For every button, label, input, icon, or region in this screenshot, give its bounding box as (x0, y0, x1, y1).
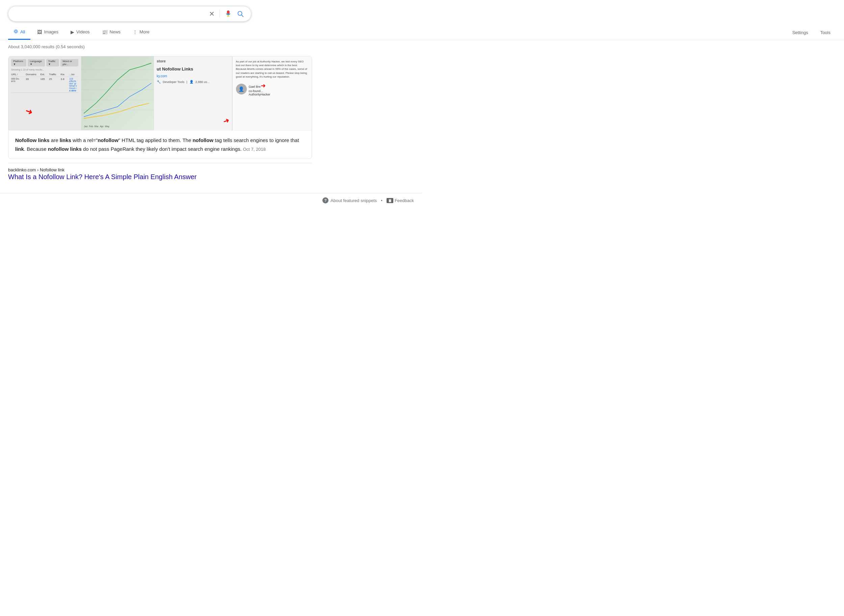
snippet-date: Oct 7, 2018 (243, 147, 266, 152)
tab-more-label: More (140, 29, 150, 34)
panel3-tools-label: Developer Tools (163, 80, 184, 84)
svg-point-4 (15, 30, 17, 32)
featured-snippet: Platform ▼ Language ▼ Traffic ▼ Word or … (8, 56, 312, 159)
table-subtitle: Showing 1-10 of many results... (11, 69, 78, 71)
panel3-tools: 🔧 Developer Tools | 👤 2,886 us... (157, 80, 229, 84)
tab-news-label: News (110, 29, 121, 34)
search-bar-icons: ✕ (209, 10, 244, 18)
divider (219, 10, 220, 18)
avatar-image: 👤 (236, 84, 247, 94)
table-col-headers: URL↑ Domains Ext. Traffic Kw. ...bo (11, 72, 78, 77)
table-panel: Platform ▼ Language ▼ Traffic ▼ Word or … (9, 56, 81, 130)
nav-tabs-left: All 🖼 Images ▶ Videos 📰 News ⋮ More (8, 25, 787, 40)
tab-more[interactable]: ⋮ More (127, 25, 155, 40)
chart-panel: JanFebMarAprMay (81, 56, 154, 130)
question-icon: ? (322, 197, 328, 204)
clear-icon[interactable]: ✕ (209, 10, 215, 17)
feedback-icon: 📋 (387, 198, 393, 203)
dot-separator: • (381, 198, 382, 203)
language-btn: Language ▼ (28, 59, 44, 66)
tab-news[interactable]: 📰 News (97, 25, 126, 40)
tab-images-label: Images (44, 29, 59, 34)
snippet-image-panel-2: JanFebMarAprMay (81, 56, 154, 130)
result-breadcrumb: backlinko.com › Nofollow link (8, 167, 296, 172)
snippet-bold-3: nofollow (97, 137, 119, 143)
snippet-bold-6: nofollow links (48, 146, 82, 152)
panel3-users: 2,886 us... (196, 80, 210, 84)
first-result: backlinko.com › Nofollow link What Is a … (0, 163, 304, 186)
images-icon: 🖼 (37, 29, 42, 35)
panel3-site: ky.com (157, 74, 229, 78)
platform-btn: Platform ▼ (11, 59, 26, 66)
table-header: Platform ▼ Language ▼ Traffic ▼ Word or … (11, 59, 78, 66)
all-icon (13, 29, 18, 35)
snippet-bold-1: Nofollow links (15, 137, 50, 143)
chart-area (81, 60, 154, 120)
panel4-name: Gael Bre➜ co-found... AuthorityHacker (249, 82, 271, 96)
search-input[interactable]: nofollow links (15, 10, 205, 18)
svg-point-5 (14, 30, 18, 34)
tab-images[interactable]: 🖼 Images (32, 25, 64, 40)
microphone-icon[interactable] (225, 10, 232, 18)
snippet-bold-2: links (60, 137, 71, 143)
snippet-text-content: Nofollow links are links with a rel="nof… (9, 131, 312, 158)
search-button[interactable] (237, 10, 244, 18)
word-btn: Word or phr... (60, 59, 78, 66)
settings-link[interactable]: Settings (787, 26, 814, 39)
videos-icon: ▶ (71, 29, 74, 35)
svg-line-3 (241, 15, 243, 16)
snippet-bold-4: nofollow (193, 137, 213, 143)
table-row: 000 Do-en's 39 165 25 3.8 103 effectsdez… (11, 77, 78, 93)
tools-link[interactable]: Tools (815, 26, 836, 39)
search-bar-container: nofollow links ✕ (8, 6, 251, 22)
tab-videos[interactable]: ▶ Videos (65, 25, 95, 40)
traffic-btn: Traffic ▼ (46, 59, 59, 66)
snippet-images: Platform ▼ Language ▼ Traffic ▼ Word or … (9, 56, 312, 131)
snippet-bold-5: link (15, 146, 24, 152)
tab-all-label: All (20, 29, 25, 34)
panel4-avatar: 👤 Gael Bre➜ co-found... AuthorityHacker (236, 82, 309, 96)
more-icon: ⋮ (133, 29, 137, 35)
news-icon: 📰 (102, 29, 108, 35)
nav-tabs: All 🖼 Images ▶ Videos 📰 News ⋮ More Sett… (0, 25, 844, 40)
snippet-image-panel-1: Platform ▼ Language ▼ Traffic ▼ Word or … (9, 56, 81, 130)
result-title-link[interactable]: What Is a Nofollow Link? Here's A Simple… (8, 173, 296, 181)
results-count: About 3,040,000 results (0.54 seconds) (8, 44, 85, 49)
bottom-bar: ? About featured snippets • 📋 Feedback (0, 193, 422, 207)
red-arrow-3: ➜ (222, 116, 231, 126)
about-snippets-label: About featured snippets (331, 198, 377, 203)
panel3-store-label: store (157, 59, 229, 63)
snippet-image-panel-3: store ut Nofollow Links ky.com 🔧 Develop… (154, 56, 232, 130)
search-header: nofollow links ✕ (0, 0, 844, 22)
tab-all[interactable]: All (8, 25, 30, 40)
panel3-title: ut Nofollow Links (157, 66, 229, 72)
about-snippets[interactable]: ? About featured snippets (322, 197, 377, 204)
tab-videos-label: Videos (76, 29, 90, 34)
feedback-label: Feedback (395, 198, 414, 203)
panel4-text: As part of our job at Authority Hacker, … (236, 60, 309, 79)
chart-legend: JanFebMarAprMay (84, 125, 151, 128)
nav-tabs-right: Settings Tools (787, 26, 836, 39)
snippet-image-panel-4: As part of our job at Authority Hacker, … (232, 56, 312, 130)
results-info: About 3,040,000 results (0.54 seconds) (0, 40, 844, 52)
feedback-button[interactable]: 📋 Feedback (387, 198, 414, 203)
